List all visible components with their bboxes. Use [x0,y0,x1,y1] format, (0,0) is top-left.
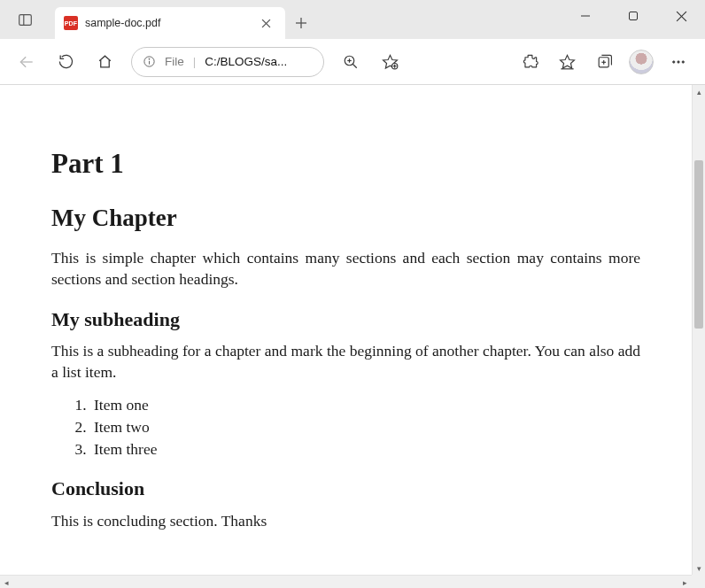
window-close-button[interactable] [657,0,705,32]
vertical-scroll-thumb[interactable] [694,160,703,329]
new-tab-button[interactable] [285,7,317,39]
address-scheme: File [165,55,184,68]
zoom-button[interactable] [333,44,368,80]
svg-rect-7 [630,12,638,20]
pdf-favicon: PDF [64,16,78,30]
site-info-icon[interactable] [143,55,156,68]
scroll-right-arrow-icon[interactable]: ▸ [678,576,692,588]
list-item: Item one [90,395,640,416]
home-button[interactable] [87,44,122,80]
svg-line-15 [352,64,357,68]
chapter-heading: My Chapter [51,202,640,234]
content-area: Part 1 My Chapter This is simple chapter… [0,85,705,588]
window-maximize-button[interactable] [609,0,657,32]
tab-close-button[interactable] [255,12,276,34]
browser-toolbar: File | C:/BLOGS/sa... [0,39,705,85]
address-path: C:/BLOGS/sa... [205,55,287,68]
extensions-button[interactable] [512,44,547,80]
collections-button[interactable] [586,44,622,80]
tab-title: sample-doc.pdf [85,17,248,29]
svg-point-29 [678,60,679,62]
pdf-page: Part 1 My Chapter This is simple chapter… [0,85,692,562]
address-separator: | [193,55,197,68]
avatar-icon [629,50,654,74]
address-bar[interactable]: File | C:/BLOGS/sa... [131,47,324,77]
svg-point-13 [149,58,150,59]
vertical-scroll-track[interactable] [693,98,705,561]
subheading-paragraph: This is a subheading for a chapter and m… [51,341,640,383]
conclusion-paragraph: This is concluding section. Thanks [51,511,640,532]
window-controls [562,0,705,39]
svg-rect-0 [19,14,31,25]
scroll-up-arrow-icon[interactable]: ▴ [693,85,705,98]
scrollbar-corner [692,575,705,588]
profile-button[interactable] [624,44,659,80]
scroll-left-arrow-icon[interactable]: ◂ [0,576,13,588]
svg-point-28 [673,60,675,62]
back-button[interactable] [9,44,44,80]
chapter-paragraph: This is simple chapter which contains ma… [51,248,640,290]
horizontal-scrollbar[interactable]: ◂ ▸ [0,575,692,588]
tab-actions-button[interactable] [0,0,50,39]
list-item: Item three [90,439,640,460]
conclusion-heading: Conclusion [51,476,640,502]
list-item: Item two [90,417,640,438]
scroll-down-arrow-icon[interactable]: ▾ [693,561,705,575]
refresh-button[interactable] [48,44,83,80]
window-minimize-button[interactable] [562,0,609,32]
pdf-viewport[interactable]: Part 1 My Chapter This is simple chapter… [0,85,692,575]
subheading: My subheading [51,306,640,333]
part-heading: Part 1 [51,145,640,182]
vertical-scrollbar[interactable]: ▴ ▾ [692,85,705,575]
settings-menu-button[interactable] [661,44,696,80]
favorites-button[interactable] [549,44,585,80]
titlebar: PDF sample-doc.pdf [0,0,705,39]
browser-tab[interactable]: PDF sample-doc.pdf [55,7,285,39]
add-favorite-button[interactable] [372,44,407,80]
svg-marker-22 [560,55,574,68]
svg-point-30 [682,60,684,62]
ordered-list: Item one Item two Item three [74,395,640,460]
